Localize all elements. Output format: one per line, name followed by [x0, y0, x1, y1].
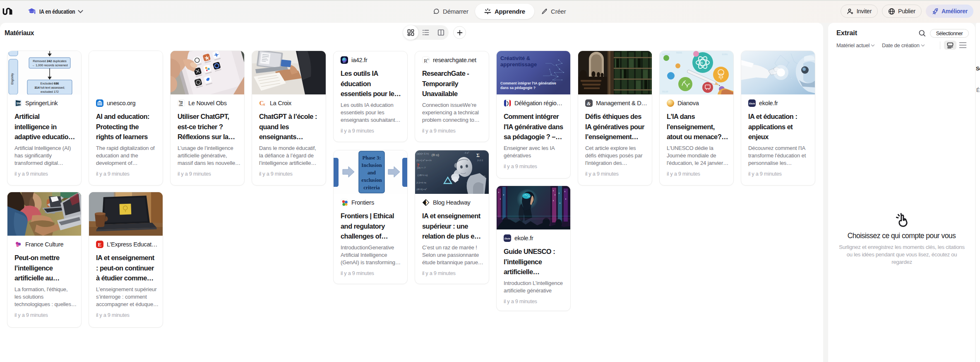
svg-text:SN: SN [17, 102, 20, 105]
svg-text:Comment intégrer l’IA générati: Comment intégrer l’IA générative [500, 81, 556, 85]
svg-text:Eligibility: Eligibility [11, 73, 14, 84]
svg-text:apprentissage: apprentissage [500, 61, 537, 68]
svg-text:Removed 242 duplicates: Removed 242 duplicates [33, 59, 67, 63]
svg-text:dans sa pédagogie ?: dans sa pédagogie ? [500, 86, 536, 90]
svg-text:Ekole: Ekole [504, 237, 510, 240]
svg-text:G: G [427, 58, 429, 60]
svg-text:criteria: criteria [363, 185, 380, 191]
svg-text:0110: 0110 [662, 90, 668, 93]
svg-text:{a(x)= Σ b}: {a(x)= Σ b} [416, 152, 429, 155]
svg-text:excluded 172: excluded 172 [41, 90, 59, 94]
svg-text:1101: 1101 [722, 53, 728, 56]
svg-text:2-2=4 ±x: 2-2=4 ±x [416, 181, 427, 184]
svg-text:(1B+λ·x): (1B+λ·x) [418, 174, 428, 177]
svg-text:{Θ·θ}=x²: {Θ·θ}=x² [416, 188, 427, 191]
svg-text:?: ? [417, 162, 420, 168]
svg-text:(θ·π): (θ·π) [432, 153, 439, 157]
svg-text:Créativité &: Créativité & [500, 55, 530, 61]
svg-text:Ekole: Ekole [749, 102, 755, 105]
svg-text:AI: AI [700, 61, 703, 65]
svg-text:(0,∞) x²·x=√π: (0,∞) x²·x=√π [416, 159, 432, 162]
svg-text:314 full-text assessed;: 314 full-text assessed; [34, 86, 65, 89]
svg-text:2-2·2: 2-2·2 [477, 159, 483, 162]
svg-text:exclusion: exclusion [361, 177, 382, 183]
svg-text:Inclusion: Inclusion [361, 162, 382, 168]
svg-text:and: and [368, 170, 376, 176]
svg-text:→ 1,000 records screened: → 1,000 records screened [31, 63, 67, 67]
svg-text:-3 x²: -3 x² [464, 151, 469, 154]
svg-text:IA42: IA42 [343, 62, 346, 63]
svg-text:Excluded 686: Excluded 686 [41, 82, 59, 85]
svg-text:x: x [263, 102, 265, 106]
svg-text:&: & [587, 101, 591, 106]
svg-text:Obs: Obs [179, 104, 183, 106]
svg-text:E: E [98, 241, 101, 248]
svg-text:Σ: Σ [476, 152, 480, 158]
svg-text:Phase 3:: Phase 3: [363, 155, 381, 161]
svg-text:0101: 0101 [676, 51, 682, 54]
